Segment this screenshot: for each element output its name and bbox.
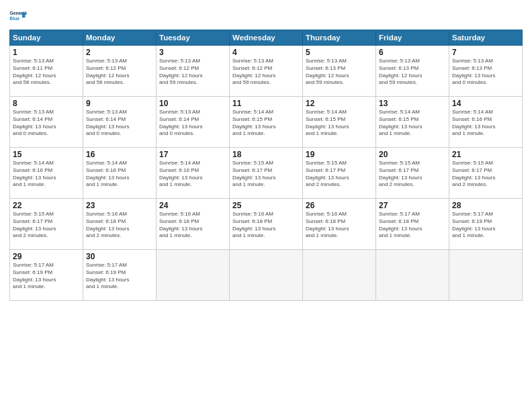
- day-number: 30: [86, 252, 153, 261]
- day-number: 2: [86, 48, 153, 57]
- calendar-cell: 28Sunrise: 5:17 AMSunset: 6:19 PMDayligh…: [449, 199, 523, 250]
- day-info: Sunrise: 5:13 AMSunset: 6:12 PMDaylight:…: [159, 58, 226, 87]
- day-number: 25: [232, 201, 300, 210]
- day-info: Sunrise: 5:16 AMSunset: 6:18 PMDaylight:…: [232, 211, 300, 240]
- calendar-header-monday: Monday: [83, 30, 157, 46]
- calendar-table: SundayMondayTuesdayWednesdayThursdayFrid…: [9, 30, 523, 301]
- day-number: 8: [13, 99, 80, 108]
- day-info: Sunrise: 5:13 AMSunset: 6:13 PMDaylight:…: [306, 58, 373, 87]
- svg-text:Blue: Blue: [10, 16, 20, 21]
- day-info: Sunrise: 5:14 AMSunset: 6:16 PMDaylight:…: [13, 160, 80, 189]
- calendar-header-tuesday: Tuesday: [157, 30, 230, 46]
- day-number: 5: [306, 48, 373, 57]
- calendar-cell: 24Sunrise: 5:16 AMSunset: 6:18 PMDayligh…: [157, 199, 230, 250]
- calendar-cell: 1Sunrise: 5:13 AMSunset: 6:11 PMDaylight…: [10, 46, 83, 97]
- day-info: Sunrise: 5:13 AMSunset: 6:12 PMDaylight:…: [232, 58, 300, 87]
- day-number: 23: [86, 201, 153, 210]
- day-number: 7: [452, 48, 519, 57]
- day-number: 14: [452, 99, 519, 108]
- calendar-cell: 6Sunrise: 5:13 AMSunset: 6:13 PMDaylight…: [376, 46, 449, 97]
- calendar-header-sunday: Sunday: [10, 30, 83, 46]
- calendar-week-2: 8Sunrise: 5:13 AMSunset: 6:14 PMDaylight…: [10, 97, 523, 148]
- calendar-cell: [157, 250, 230, 301]
- calendar-cell: [230, 250, 303, 301]
- day-number: 28: [452, 201, 519, 210]
- calendar-cell: 4Sunrise: 5:13 AMSunset: 6:12 PMDaylight…: [230, 46, 303, 97]
- day-info: Sunrise: 5:14 AMSunset: 6:16 PMDaylight:…: [452, 109, 519, 138]
- day-info: Sunrise: 5:14 AMSunset: 6:16 PMDaylight:…: [86, 160, 153, 189]
- day-info: Sunrise: 5:17 AMSunset: 6:19 PMDaylight:…: [452, 211, 519, 240]
- day-info: Sunrise: 5:14 AMSunset: 6:15 PMDaylight:…: [232, 109, 300, 138]
- day-number: 12: [306, 99, 373, 108]
- calendar-cell: 11Sunrise: 5:14 AMSunset: 6:15 PMDayligh…: [230, 97, 303, 148]
- day-info: Sunrise: 5:13 AMSunset: 6:14 PMDaylight:…: [159, 109, 226, 138]
- calendar-cell: 12Sunrise: 5:14 AMSunset: 6:15 PMDayligh…: [303, 97, 376, 148]
- logo-icon: General Blue: [9, 7, 28, 26]
- calendar-cell: 3Sunrise: 5:13 AMSunset: 6:12 PMDaylight…: [157, 46, 230, 97]
- calendar-cell: 18Sunrise: 5:15 AMSunset: 6:17 PMDayligh…: [230, 148, 303, 199]
- calendar-header-friday: Friday: [376, 30, 449, 46]
- day-info: Sunrise: 5:13 AMSunset: 6:11 PMDaylight:…: [13, 58, 80, 87]
- calendar-cell: 16Sunrise: 5:14 AMSunset: 6:16 PMDayligh…: [83, 148, 157, 199]
- day-info: Sunrise: 5:13 AMSunset: 6:13 PMDaylight:…: [452, 58, 519, 87]
- day-info: Sunrise: 5:15 AMSunset: 6:17 PMDaylight:…: [306, 160, 373, 189]
- day-info: Sunrise: 5:14 AMSunset: 6:15 PMDaylight:…: [306, 109, 373, 138]
- calendar-header-thursday: Thursday: [303, 30, 376, 46]
- day-info: Sunrise: 5:13 AMSunset: 6:13 PMDaylight:…: [379, 58, 446, 87]
- day-info: Sunrise: 5:17 AMSunset: 6:18 PMDaylight:…: [379, 211, 446, 240]
- calendar-cell: 17Sunrise: 5:14 AMSunset: 6:16 PMDayligh…: [157, 148, 230, 199]
- day-number: 4: [232, 48, 300, 57]
- day-number: 20: [379, 150, 446, 159]
- day-info: Sunrise: 5:15 AMSunset: 6:17 PMDaylight:…: [13, 211, 80, 240]
- day-number: 21: [452, 150, 519, 159]
- day-number: 26: [306, 201, 373, 210]
- day-info: Sunrise: 5:15 AMSunset: 6:17 PMDaylight:…: [232, 160, 300, 189]
- page-header: General Blue: [9, 7, 523, 26]
- day-info: Sunrise: 5:14 AMSunset: 6:16 PMDaylight:…: [159, 160, 226, 189]
- day-number: 13: [379, 99, 446, 108]
- calendar-cell: 29Sunrise: 5:17 AMSunset: 6:19 PMDayligh…: [10, 250, 83, 301]
- logo: General Blue: [9, 7, 31, 26]
- calendar-cell: 19Sunrise: 5:15 AMSunset: 6:17 PMDayligh…: [303, 148, 376, 199]
- day-info: Sunrise: 5:16 AMSunset: 6:18 PMDaylight:…: [159, 211, 226, 240]
- day-number: 6: [379, 48, 446, 57]
- day-number: 11: [232, 99, 300, 108]
- calendar-cell: [303, 250, 376, 301]
- calendar-cell: 5Sunrise: 5:13 AMSunset: 6:13 PMDaylight…: [303, 46, 376, 97]
- day-number: 3: [159, 48, 226, 57]
- calendar-week-3: 15Sunrise: 5:14 AMSunset: 6:16 PMDayligh…: [10, 148, 523, 199]
- day-number: 24: [159, 201, 226, 210]
- calendar-cell: 20Sunrise: 5:15 AMSunset: 6:17 PMDayligh…: [376, 148, 449, 199]
- calendar-cell: 13Sunrise: 5:14 AMSunset: 6:15 PMDayligh…: [376, 97, 449, 148]
- calendar-cell: 10Sunrise: 5:13 AMSunset: 6:14 PMDayligh…: [157, 97, 230, 148]
- calendar-cell: 26Sunrise: 5:16 AMSunset: 6:18 PMDayligh…: [303, 199, 376, 250]
- day-info: Sunrise: 5:14 AMSunset: 6:15 PMDaylight:…: [379, 109, 446, 138]
- calendar-cell: 15Sunrise: 5:14 AMSunset: 6:16 PMDayligh…: [10, 148, 83, 199]
- calendar-cell: 30Sunrise: 5:17 AMSunset: 6:19 PMDayligh…: [83, 250, 157, 301]
- calendar-cell: [449, 250, 523, 301]
- calendar-cell: 23Sunrise: 5:16 AMSunset: 6:18 PMDayligh…: [83, 199, 157, 250]
- day-info: Sunrise: 5:13 AMSunset: 6:14 PMDaylight:…: [13, 109, 80, 138]
- calendar-header-saturday: Saturday: [449, 30, 523, 46]
- calendar-cell: [376, 250, 449, 301]
- day-number: 9: [86, 99, 153, 108]
- calendar-week-1: 1Sunrise: 5:13 AMSunset: 6:11 PMDaylight…: [10, 46, 523, 97]
- day-info: Sunrise: 5:13 AMSunset: 6:12 PMDaylight:…: [86, 58, 153, 87]
- day-number: 16: [86, 150, 153, 159]
- day-number: 10: [159, 99, 226, 108]
- day-number: 1: [13, 48, 80, 57]
- calendar-cell: 22Sunrise: 5:15 AMSunset: 6:17 PMDayligh…: [10, 199, 83, 250]
- calendar-cell: 8Sunrise: 5:13 AMSunset: 6:14 PMDaylight…: [10, 97, 83, 148]
- day-number: 19: [306, 150, 373, 159]
- day-number: 29: [13, 252, 80, 261]
- day-number: 17: [159, 150, 226, 159]
- day-number: 22: [13, 201, 80, 210]
- day-number: 27: [379, 201, 446, 210]
- calendar-page: General Blue SundayMondayTuesdayWednesda…: [0, 0, 532, 411]
- calendar-cell: 14Sunrise: 5:14 AMSunset: 6:16 PMDayligh…: [449, 97, 523, 148]
- calendar-cell: 9Sunrise: 5:13 AMSunset: 6:14 PMDaylight…: [83, 97, 157, 148]
- calendar-header-row: SundayMondayTuesdayWednesdayThursdayFrid…: [10, 30, 523, 46]
- calendar-header-wednesday: Wednesday: [230, 30, 303, 46]
- calendar-cell: 21Sunrise: 5:15 AMSunset: 6:17 PMDayligh…: [449, 148, 523, 199]
- day-info: Sunrise: 5:15 AMSunset: 6:17 PMDaylight:…: [379, 160, 446, 189]
